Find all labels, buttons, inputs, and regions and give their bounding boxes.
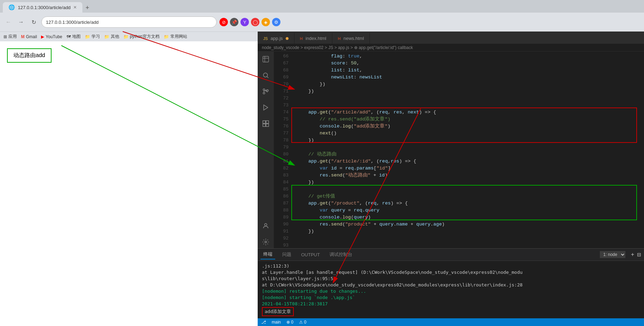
run-debug-icon[interactable] <box>261 103 271 112</box>
settings-gear-icon[interactable] <box>261 237 271 247</box>
address-bar[interactable]: 127.0.0.1:3000/article/add <box>41 16 217 28</box>
code-line-81: app.get("/article/:id", (req,res) => { <box>297 158 644 165</box>
terminal-content: .js:112:3) at Layer.handle [as handle_re… <box>258 261 644 318</box>
svg-rect-10 <box>266 121 269 124</box>
stop-icon[interactable]: ⊘ <box>219 18 228 26</box>
arrow-overlay-browser <box>0 32 258 326</box>
bookmark-other[interactable]: 📁 其他 <box>104 34 119 40</box>
page-content: 动态路由add <box>0 41 258 70</box>
terminal-add-text: add添加文章 <box>262 307 294 316</box>
status-bar: ⎇ main ⊗ 0 ⚠ 0 <box>258 318 644 326</box>
svg-rect-11 <box>263 124 266 127</box>
bookmark-gmail[interactable]: M Gmail <box>21 34 37 39</box>
ext-icon-3[interactable]: ◯ <box>251 18 259 26</box>
terminal-tab-problems[interactable]: 问题 <box>279 250 294 259</box>
ext-icon-1[interactable]: 📌 <box>230 18 238 26</box>
bookmarks-bar: ⊞ 应用 M Gmail ▶ YouTube 🗺 地图 📁 学习 <box>0 32 258 41</box>
bookmark-youtube[interactable]: ▶ YouTube <box>41 34 62 39</box>
extensions-icon[interactable] <box>261 119 271 129</box>
terminal-line-highlighted: add添加文章 <box>262 307 294 316</box>
code-line-87: app.get("/product", (req, res) => { <box>297 200 644 207</box>
explorer-icon[interactable] <box>261 54 271 64</box>
code-line-80: // 动态路由 <box>297 151 644 158</box>
code-line-73 <box>297 102 644 109</box>
new-tab-button[interactable]: + <box>82 3 92 13</box>
browser-toolbar: ← → ↻ 127.0.0.1:3000/article/add ⊘ 📌 Y ◯… <box>0 13 644 32</box>
code-line-71: }) <box>297 88 644 95</box>
terminal-line-4: at D:\CWork\VScodeSpace\node_study_vscod… <box>262 282 640 288</box>
svg-rect-12 <box>266 124 269 127</box>
warning-count: ⚠ 0 <box>299 320 306 325</box>
editor-tabs: JS app.js H index.html H news.html <box>258 32 644 44</box>
new-terminal-button[interactable]: + <box>631 251 634 258</box>
bookmark-python[interactable]: 📁 python官方文档 <box>123 34 160 40</box>
code-line-84: }) <box>297 179 644 186</box>
code-line-69: newsList: newsList <box>297 74 644 81</box>
dynamic-route-output: 动态路由add <box>7 48 52 63</box>
svg-point-3 <box>263 73 267 77</box>
code-line-76: console.log("add添加文章") <box>297 123 644 130</box>
browser-chrome: 🌐 127.0.0.1:3000/article/add ✕ + ← → ↻ 1… <box>0 0 644 32</box>
code-line-82: var id = req.params["id"] <box>297 165 644 172</box>
ext-icon-4[interactable]: ◈ <box>262 18 270 26</box>
js-file-icon: JS <box>263 36 268 41</box>
browser-tabs-bar: 🌐 127.0.0.1:3000/article/add ✕ + <box>0 0 644 13</box>
code-line-86: // get传值 <box>297 193 644 200</box>
vscode-editor: JS app.js H index.html H news.html <box>258 32 644 326</box>
code-line-74: app.get("/article/add", (req, res, next)… <box>297 109 644 116</box>
modified-dot <box>286 37 289 40</box>
back-button[interactable]: ← <box>4 17 13 27</box>
code-area: 66 67 68 69 70 71 72 73 74 75 76 77 <box>274 51 644 248</box>
close-tab-icon[interactable]: ✕ <box>73 5 77 10</box>
bookmark-common[interactable]: 📁 常用网站 <box>164 34 187 40</box>
tab-title: 127.0.0.1:3000/article/add <box>18 5 70 10</box>
code-line-89: console.log(query) <box>297 214 644 221</box>
ext-icon-2[interactable]: Y <box>240 18 249 26</box>
account-icon[interactable] <box>261 221 271 231</box>
terminal-line-1: .js:112:3) <box>262 263 640 269</box>
code-line-91: }) <box>297 228 644 235</box>
terminal-line-5: [nodemon] restarting due to changes... <box>262 288 640 294</box>
code-lines: flag: true, score: 50, list: list, newsL… <box>291 51 644 248</box>
git-branch-label: main <box>272 320 281 325</box>
terminal-line-7: 2021-04-15T08:21:28:3817 <box>262 301 640 307</box>
bookmark-study[interactable]: 📁 学习 <box>85 34 100 40</box>
folder-icon-2: 📁 <box>104 34 109 39</box>
browser-tab-active[interactable]: 🌐 127.0.0.1:3000/article/add ✕ <box>3 2 82 13</box>
terminal-instance-select[interactable]: 1: node <box>600 251 625 258</box>
toolbar-icons: ⊘ 📌 Y ◯ ◈ ⚙ <box>219 18 280 26</box>
terminal-line-2: at Layer.handle [as handle_request] (D:\… <box>262 269 640 276</box>
code-line-92 <box>297 235 644 242</box>
bookmark-apps[interactable]: ⊞ 应用 <box>4 34 17 40</box>
code-line-70: }) <box>297 81 644 88</box>
code-line-72 <box>297 95 644 102</box>
svg-point-6 <box>263 92 265 94</box>
terminal-tab-output[interactable]: OUTPUT <box>298 251 323 259</box>
tab-appjs[interactable]: JS app.js <box>258 33 294 44</box>
ext-icon-5[interactable]: ⚙ <box>272 18 280 26</box>
terminal-tabs: 终端 问题 OUTPUT 调试控制台 1: n <box>258 249 644 261</box>
bookmark-maps[interactable]: 🗺 地图 <box>67 34 81 40</box>
breadcrumb-text: node_study_vscode > express02 > JS > app… <box>262 45 413 50</box>
terminal-tab-terminal[interactable]: 终端 <box>260 250 275 259</box>
terminal-tab-debug[interactable]: 调试控制台 <box>327 250 355 259</box>
tab-newshtml[interactable]: H news.html <box>332 33 370 44</box>
source-control-icon[interactable] <box>261 86 271 96</box>
html-file-icon-2: H <box>338 36 341 41</box>
code-line-85 <box>297 186 644 193</box>
svg-point-13 <box>265 223 267 226</box>
terminal-line-3: s\lib\router\layer.js:95:5) <box>262 276 640 282</box>
forward-button[interactable]: → <box>16 17 26 27</box>
svg-line-4 <box>267 77 269 78</box>
refresh-button[interactable]: ↻ <box>29 17 39 27</box>
code-line-67: score: 50, <box>297 60 644 67</box>
split-terminal-button[interactable]: ⊟ <box>637 252 641 257</box>
svg-rect-9 <box>263 121 266 124</box>
svg-marker-8 <box>264 105 268 110</box>
html-file-icon-1: H <box>300 36 303 41</box>
search-icon[interactable] <box>261 70 271 80</box>
tab-indexhtml[interactable]: H index.html <box>294 33 332 44</box>
code-line-88: var query = req.query <box>297 207 644 214</box>
folder-icon-4: 📁 <box>164 34 169 39</box>
code-line-77: next() <box>297 130 644 137</box>
